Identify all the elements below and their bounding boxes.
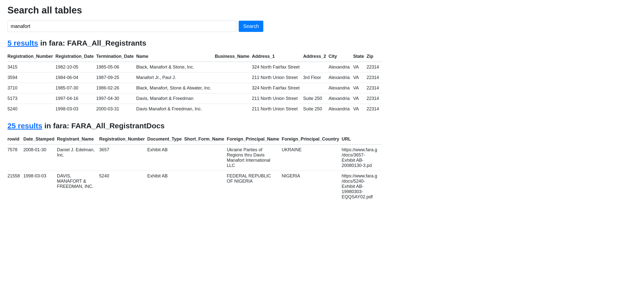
results-suffix-registrants: in fara: FARA_All_Registrants [38, 39, 146, 47]
col-header: Name [136, 52, 215, 62]
cell: 1997-04-30 [96, 93, 136, 104]
cell: Davis, Manafort & Freedman [136, 93, 215, 104]
cell: 2008-01-30 [23, 144, 57, 171]
col-header: Address_1 [252, 52, 303, 62]
cell: Black, Manafort, Stone & Atwater, Inc. [136, 83, 215, 93]
col-header: Zip [366, 52, 382, 62]
table-row: 3415 1982-10-05 1985-05-06 Black, Manafo… [8, 62, 382, 73]
results-suffix-registrantdocs: in fara: FARA_All_RegistrantDocs [42, 122, 164, 130]
table-row: 3710 1985-07-30 1986-02-26 Black, Manafo… [8, 83, 382, 93]
cell: 3415 [8, 62, 56, 73]
cell: Alexandria [328, 73, 353, 83]
cell: Davis Manafort & Freedman, Inc. [136, 104, 215, 114]
cell: FEDERAL REPUBLIC OF NIGERIA [227, 171, 282, 202]
cell: Exhibit AB [147, 171, 184, 202]
col-header: City [328, 52, 353, 62]
cell: 211 North Union Street [252, 93, 303, 104]
results-link-registrants[interactable]: 5 results [8, 39, 38, 47]
results-link-registrantdocs[interactable]: 25 results [8, 122, 42, 130]
cell: 5173 [8, 93, 56, 104]
cell: Suite 250 [303, 93, 328, 104]
cell [184, 144, 227, 171]
cell: Alexandria [328, 104, 353, 114]
table-row: 3594 1984-06-04 1987-09-25 Manafort Jr.,… [8, 73, 382, 83]
col-header: Address_2 [303, 52, 328, 62]
cell: 3657 [99, 144, 147, 171]
cell: Manafort Jr., Paul J. [136, 73, 215, 83]
col-header: rowid [8, 134, 23, 144]
cell: 324 North Fairfax Street [252, 83, 303, 93]
cell: 324 North Fairfax Street [252, 62, 303, 73]
cell: Exhibit AB [147, 144, 184, 171]
cell: https://www.fara.g /docs/3657-Exhibit AB… [342, 144, 382, 171]
cell: UKRAINE [282, 144, 342, 171]
cell: 1982-10-05 [56, 62, 96, 73]
cell: VA [353, 62, 366, 73]
cell: 5240 [8, 104, 56, 114]
search-button[interactable]: Search [239, 21, 263, 32]
table-registrants: Registration_Number Registration_Date Te… [8, 52, 382, 114]
cell: Alexandria [328, 93, 353, 104]
cell: 1998-03-03 [23, 171, 57, 202]
cell: https://www.fara.g /docs/5240-Exhibit AB… [342, 171, 382, 202]
col-header: Short_Form_Name [184, 134, 227, 144]
cell: Suite 250 [303, 104, 328, 114]
col-header: Foreign_Principal_Country [282, 134, 342, 144]
cell: 22314 [366, 83, 382, 93]
cell: 1998-03-03 [56, 104, 96, 114]
cell: 22314 [366, 62, 382, 73]
col-header: Registration_Date [56, 52, 96, 62]
cell [303, 83, 328, 93]
table-registrantdocs: rowid Date_Stamped Registrant_Name Regis… [8, 134, 382, 202]
table-row: 5240 1998-03-03 2000-03-31 Davis Manafor… [8, 104, 382, 114]
cell: 22314 [366, 104, 382, 114]
search-form: Search [8, 21, 636, 32]
results-heading-registrants: 5 results in fara: FARA_All_Registrants [8, 39, 636, 47]
cell [215, 83, 252, 93]
cell: 1987-09-25 [96, 73, 136, 83]
cell: 1986-02-26 [96, 83, 136, 93]
cell: 7578 [8, 144, 23, 171]
cell: 21558 [8, 171, 23, 202]
results-heading-registrantdocs: 25 results in fara: FARA_All_RegistrantD… [8, 122, 636, 130]
cell: Black, Manafort & Stone, Inc. [136, 62, 215, 73]
cell: 22314 [366, 73, 382, 83]
col-header: Date_Stamped [23, 134, 57, 144]
cell: Ukraine Parties of Regions thru Davis Ma… [227, 144, 282, 171]
cell: 1997-04-16 [56, 93, 96, 104]
col-header: Registration_Number [8, 52, 56, 62]
cell: VA [353, 83, 366, 93]
col-header: URL [342, 134, 382, 144]
page-title: Search all tables [8, 5, 636, 16]
search-input[interactable] [8, 21, 236, 32]
cell: 1984-06-04 [56, 73, 96, 83]
cell: 1985-07-30 [56, 83, 96, 93]
cell: 5240 [99, 171, 147, 202]
cell: DAVIS, MANAFORT & FREEDMAN, INC. [57, 171, 99, 202]
cell: Alexandria [328, 62, 353, 73]
cell: 22314 [366, 93, 382, 104]
table-row: 5173 1997-04-16 1997-04-30 Davis, Manafo… [8, 93, 382, 104]
cell: VA [353, 93, 366, 104]
table-row: 21558 1998-03-03 DAVIS, MANAFORT & FREED… [8, 171, 382, 202]
cell: NIGERIA [282, 171, 342, 202]
cell: 2000-03-31 [96, 104, 136, 114]
cell [303, 62, 328, 73]
cell: VA [353, 104, 366, 114]
table-row: 7578 2008-01-30 Daniel J. Edelman, Inc. … [8, 144, 382, 171]
cell: 3710 [8, 83, 56, 93]
col-header: Registration_Number [99, 134, 147, 144]
cell: 211 North Union Street [252, 104, 303, 114]
col-header: Registrant_Name [57, 134, 99, 144]
col-header: State [353, 52, 366, 62]
col-header: Business_Name [215, 52, 252, 62]
cell [215, 104, 252, 114]
cell: 3594 [8, 73, 56, 83]
table-header-row: Registration_Number Registration_Date Te… [8, 52, 382, 62]
cell [215, 73, 252, 83]
cell [184, 171, 227, 202]
table-header-row: rowid Date_Stamped Registrant_Name Regis… [8, 134, 382, 144]
cell: Daniel J. Edelman, Inc. [57, 144, 99, 171]
cell: 3rd Floor [303, 73, 328, 83]
cell: 1985-05-06 [96, 62, 136, 73]
